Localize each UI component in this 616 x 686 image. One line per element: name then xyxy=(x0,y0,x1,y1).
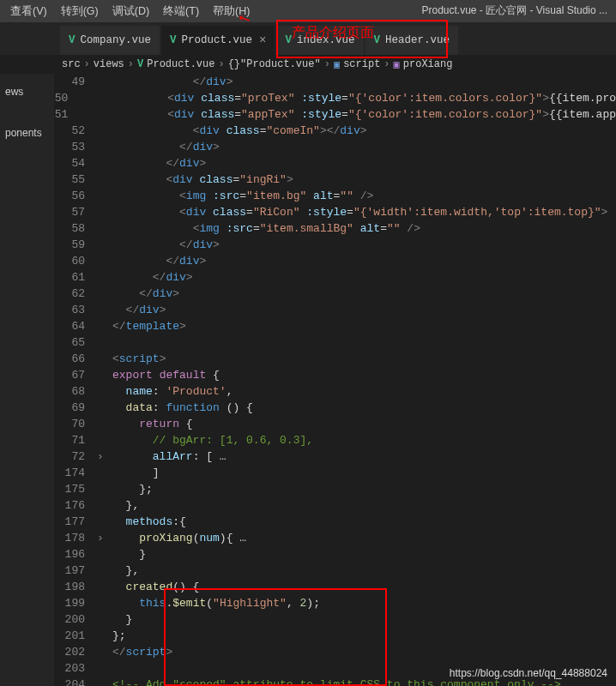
code-line[interactable]: 65 xyxy=(54,334,616,351)
fold-icon[interactable] xyxy=(80,106,87,123)
fold-icon[interactable] xyxy=(97,188,112,204)
code-line[interactable]: 199 this.$emit("Highlight", 2); xyxy=(54,595,616,611)
fold-icon[interactable] xyxy=(97,286,112,302)
code-line[interactable]: 177 methods:{ xyxy=(54,514,616,530)
code-content[interactable]: return { xyxy=(112,416,616,432)
tab[interactable]: VCompany.vue xyxy=(60,26,160,55)
code-content[interactable]: <div class="proTex" :style="{'color':ite… xyxy=(88,90,616,106)
code-line[interactable]: 57 <div class="RiCon" :style="{'width':i… xyxy=(54,204,616,220)
bc-item[interactable]: src xyxy=(62,58,81,70)
fold-icon[interactable] xyxy=(97,579,112,595)
menu-item[interactable]: 转到(G) xyxy=(54,2,106,21)
code-content[interactable]: data: function () { xyxy=(112,400,616,416)
code-line[interactable]: 56 <img :src="item.bg" alt="" /> xyxy=(54,188,616,204)
code-line[interactable]: 61 </div> xyxy=(54,269,616,286)
code-line[interactable]: 175 }; xyxy=(54,481,616,497)
code-line[interactable]: 51 <div class="appTex" :style="{'color':… xyxy=(54,106,616,123)
code-content[interactable]: <div class="RiCon" :style="{'width':item… xyxy=(112,204,616,220)
code-content[interactable]: <div class="ingRi"> xyxy=(112,172,616,188)
fold-icon[interactable] xyxy=(97,595,112,611)
fold-icon[interactable]: › xyxy=(97,448,112,465)
code-line[interactable]: 200 } xyxy=(54,611,616,628)
code-line[interactable]: 62 </div> xyxy=(54,286,616,302)
code-line[interactable]: 202</script> xyxy=(54,644,616,660)
fold-icon[interactable] xyxy=(97,628,112,644)
bc-item[interactable]: script xyxy=(343,58,380,70)
bc-item[interactable]: "Product.vue" xyxy=(240,58,321,70)
code-content[interactable]: <div class="appTex" :style="{'color':ite… xyxy=(88,106,616,123)
bc-item[interactable]: proXiang xyxy=(403,58,453,70)
fold-icon[interactable] xyxy=(97,400,112,416)
sidebar-item[interactable]: ponents xyxy=(0,123,54,142)
code-content[interactable]: export default { xyxy=(112,367,616,383)
code-content[interactable]: created() { xyxy=(112,579,616,595)
code-line[interactable]: 69 data: function () { xyxy=(54,400,616,416)
code-line[interactable]: 54 </div> xyxy=(54,155,616,172)
fold-icon[interactable] xyxy=(97,563,112,579)
code-content[interactable]: <div class="comeIn"></div> xyxy=(112,123,616,139)
tab[interactable]: VProduct.vue× xyxy=(161,26,275,55)
fold-icon[interactable] xyxy=(97,74,112,90)
code-content[interactable]: </template> xyxy=(112,318,616,334)
code-content[interactable]: </div> xyxy=(112,74,616,90)
code-line[interactable]: 50 <div class="proTex" :style="{'color':… xyxy=(54,90,616,106)
code-content[interactable]: </div> xyxy=(112,237,616,253)
code-content[interactable] xyxy=(112,334,616,351)
fold-icon[interactable] xyxy=(97,253,112,269)
code-content[interactable]: </div> xyxy=(112,269,616,286)
code-content[interactable]: }, xyxy=(112,497,616,514)
code-line[interactable]: 49 </div> xyxy=(54,74,616,90)
code-line[interactable]: 59 </div> xyxy=(54,237,616,253)
fold-icon[interactable]: › xyxy=(97,530,112,546)
code-line[interactable]: 66<script> xyxy=(54,351,616,367)
fold-icon[interactable] xyxy=(97,351,112,367)
code-line[interactable]: 71 // bgArr: [1, 0.6, 0.3], xyxy=(54,432,616,448)
code-content[interactable]: <script> xyxy=(112,351,616,367)
bc-item[interactable]: Product.vue xyxy=(147,58,214,70)
code-line[interactable]: 67export default { xyxy=(54,367,616,383)
fold-icon[interactable] xyxy=(80,90,87,106)
fold-icon[interactable] xyxy=(97,302,112,318)
code-line[interactable]: 196 } xyxy=(54,546,616,563)
code-line[interactable]: 197 }, xyxy=(54,563,616,579)
code-content[interactable]: }; xyxy=(112,628,616,644)
code-line[interactable]: 72› allArr: [ … xyxy=(54,448,616,465)
code-line[interactable]: 174 ] xyxy=(54,465,616,481)
code-content[interactable]: // bgArr: [1, 0.6, 0.3], xyxy=(112,432,616,448)
fold-icon[interactable] xyxy=(97,465,112,481)
fold-icon[interactable] xyxy=(97,644,112,660)
code-content[interactable]: this.$emit("Highlight", 2); xyxy=(112,595,616,611)
code-content[interactable]: } xyxy=(112,611,616,628)
fold-icon[interactable] xyxy=(97,220,112,237)
fold-icon[interactable] xyxy=(97,611,112,628)
code-content[interactable]: <img :src="item.smallBg" alt="" /> xyxy=(112,220,616,237)
menu-item[interactable]: 调试(D) xyxy=(106,2,156,21)
fold-icon[interactable] xyxy=(97,269,112,286)
code-content[interactable]: ] xyxy=(112,465,616,481)
code-line[interactable]: 63 </div> xyxy=(54,302,616,318)
sidebar-item[interactable]: ews xyxy=(0,82,54,101)
code-content[interactable]: <img :src="item.bg" alt="" /> xyxy=(112,188,616,204)
code-content[interactable]: methods:{ xyxy=(112,514,616,530)
fold-icon[interactable] xyxy=(97,123,112,139)
bc-item[interactable]: views xyxy=(94,58,124,70)
code-content[interactable]: name: 'Product', xyxy=(112,383,616,400)
code-content[interactable]: </div> xyxy=(112,253,616,269)
menu-item[interactable]: 查看(V) xyxy=(3,2,54,21)
code-editor[interactable]: 49 </div>50 <div class="proTex" :style="… xyxy=(54,74,616,686)
code-content[interactable]: proXiang(num){ … xyxy=(112,530,616,546)
fold-icon[interactable] xyxy=(97,383,112,400)
code-content[interactable]: </div> xyxy=(112,139,616,155)
code-content[interactable]: </div> xyxy=(112,286,616,302)
fold-icon[interactable] xyxy=(97,660,112,677)
code-line[interactable]: 58 <img :src="item.smallBg" alt="" /> xyxy=(54,220,616,237)
fold-icon[interactable] xyxy=(97,481,112,497)
fold-icon[interactable] xyxy=(97,334,112,351)
fold-icon[interactable] xyxy=(97,367,112,383)
code-line[interactable]: 70 return { xyxy=(54,416,616,432)
code-content[interactable]: }; xyxy=(112,481,616,497)
fold-icon[interactable] xyxy=(97,155,112,172)
code-content[interactable]: </div> xyxy=(112,155,616,172)
code-line[interactable]: 176 }, xyxy=(54,497,616,514)
bc-item[interactable]: {} xyxy=(228,58,240,70)
